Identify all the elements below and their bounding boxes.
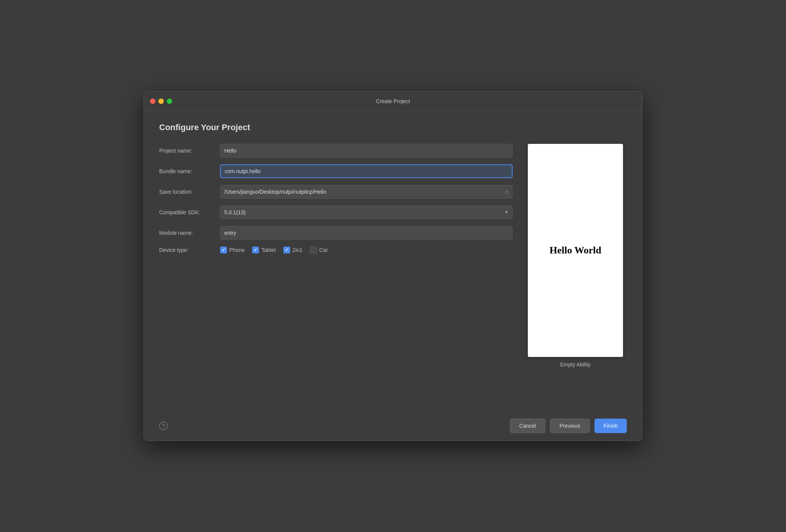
bundle-name-label: Bundle name: <box>159 168 220 174</box>
content-area: Configure Your Project Project name: Bun… <box>144 111 642 410</box>
tablet-checkbox-item[interactable]: ✓ Tablet <box>252 247 275 253</box>
preview-phone: Hello World <box>528 144 623 357</box>
2in1-label: 2in1 <box>292 247 302 253</box>
hello-world-text: Hello World <box>550 245 601 256</box>
car-checkbox[interactable] <box>310 247 317 253</box>
car-checkbox-item[interactable]: Car <box>310 247 328 253</box>
bundle-name-input[interactable] <box>220 164 513 178</box>
preview-section: Hello World Empty Ability <box>524 144 627 410</box>
car-label: Car <box>319 247 328 253</box>
save-location-row: Save location: ⌂ <box>159 185 513 199</box>
previous-button[interactable]: Previous <box>550 419 590 433</box>
sdk-select[interactable]: 5.0.1(13) <box>220 205 513 219</box>
save-location-wrapper: ⌂ <box>220 185 513 199</box>
device-type-options: ✓ Phone ✓ Tablet ✓ <box>220 247 328 253</box>
device-type-row: Device type: ✓ Phone ✓ Tablet <box>159 247 513 253</box>
project-name-row: Project name: <box>159 144 513 158</box>
2in1-checkbox-item[interactable]: ✓ 2in1 <box>283 247 302 253</box>
phone-checkbox[interactable]: ✓ <box>220 247 227 253</box>
device-type-label: Device type: <box>159 247 220 253</box>
help-icon[interactable]: ? <box>159 422 168 430</box>
2in1-checkmark: ✓ <box>285 247 289 253</box>
sdk-select-wrapper: 5.0.1(13) ▼ <box>220 205 513 219</box>
form-section: Project name: Bundle name: Save location… <box>159 144 513 410</box>
tablet-label: Tablet <box>261 247 275 253</box>
create-project-window: Create Project Configure Your Project Pr… <box>144 91 642 441</box>
folder-icon[interactable]: ⌂ <box>505 188 509 195</box>
tablet-checkmark: ✓ <box>254 247 257 253</box>
preview-label: Empty Ability <box>560 362 591 368</box>
module-name-label: Module name: <box>159 230 220 236</box>
window-title: Create Project <box>376 98 410 104</box>
page-title: Configure Your Project <box>159 123 627 132</box>
phone-label: Phone <box>229 247 244 253</box>
project-name-input[interactable] <box>220 144 513 158</box>
close-button[interactable] <box>150 99 155 104</box>
traffic-lights <box>150 99 172 104</box>
2in1-checkbox[interactable]: ✓ <box>283 247 290 253</box>
cancel-button[interactable]: Cancel <box>510 419 546 433</box>
project-name-label: Project name: <box>159 148 220 154</box>
tablet-checkbox[interactable]: ✓ <box>252 247 259 253</box>
module-name-row: Module name: <box>159 226 513 240</box>
title-bar: Create Project <box>144 91 642 111</box>
main-area: Project name: Bundle name: Save location… <box>159 144 627 410</box>
finish-button[interactable]: Finish <box>594 419 627 433</box>
bundle-name-row: Bundle name: <box>159 164 513 178</box>
save-location-label: Save location: <box>159 189 220 195</box>
compatible-sdk-label: Compatible SDK: <box>159 209 220 215</box>
help-symbol: ? <box>162 423 165 428</box>
maximize-button[interactable] <box>167 99 172 104</box>
footer-buttons: Cancel Previous Finish <box>510 419 627 433</box>
phone-checkmark: ✓ <box>222 247 225 253</box>
save-location-input[interactable] <box>220 185 513 199</box>
compatible-sdk-row: Compatible SDK: 5.0.1(13) ▼ <box>159 205 513 219</box>
minimize-button[interactable] <box>158 99 164 104</box>
module-name-input[interactable] <box>220 226 513 240</box>
footer: ? Cancel Previous Finish <box>144 410 642 441</box>
phone-checkbox-item[interactable]: ✓ Phone <box>220 247 244 253</box>
